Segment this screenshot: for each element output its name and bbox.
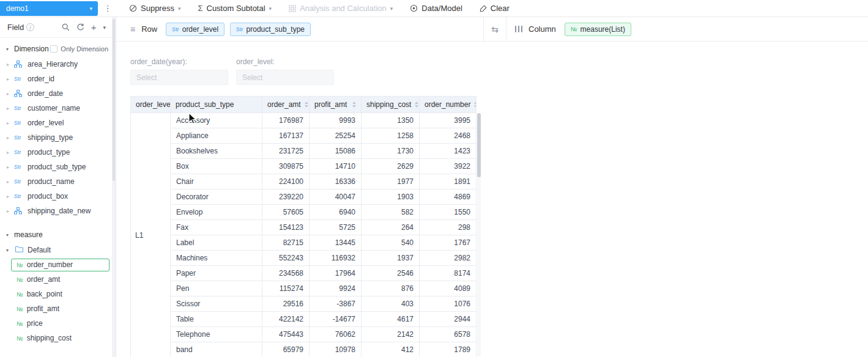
column-header-profit_amt[interactable]: profit_amt <box>310 97 362 113</box>
cell-order_amt[interactable]: 239220 <box>262 190 310 205</box>
cell-profit_amt[interactable]: 16336 <box>310 174 362 190</box>
measure-field-order_amt[interactable]: №order_amt <box>0 272 116 287</box>
expand-arrow-icon[interactable]: ▸ <box>5 76 11 82</box>
cell-order_amt[interactable]: 65979 <box>262 342 310 357</box>
expand-arrow-icon[interactable]: ▸ <box>5 135 11 141</box>
cell-profit_amt[interactable]: 76062 <box>310 327 362 342</box>
search-icon[interactable] <box>62 23 70 31</box>
dimension-field-customer_name[interactable]: ▸Strcustomer_name <box>0 101 116 116</box>
cell-shipping_cost[interactable]: 1937 <box>362 251 420 266</box>
cell-product-sub-type[interactable]: Machines <box>171 251 262 266</box>
collapse-arrow-icon[interactable]: ▾ <box>6 248 12 253</box>
cell-shipping_cost[interactable]: 412 <box>362 342 420 357</box>
cell-order_number[interactable]: 1891 <box>420 174 477 190</box>
sort-icon[interactable] <box>305 101 308 108</box>
cell-order_amt[interactable]: 231725 <box>262 144 310 159</box>
sort-icon[interactable] <box>474 101 476 108</box>
dimension-field-order_date[interactable]: ▸order_date <box>0 86 116 101</box>
cell-order_amt[interactable]: 422142 <box>262 312 310 327</box>
cell-product-sub-type[interactable]: Scissor <box>171 296 262 312</box>
expand-arrow-icon[interactable]: ▸ <box>5 62 11 67</box>
cell-profit_amt[interactable]: -3867 <box>310 296 362 312</box>
measure-field-back_point[interactable]: №back_point <box>0 287 116 301</box>
dimension-field-product_type[interactable]: ▸Strproduct_type <box>0 145 116 160</box>
table-scrollbar-thumb[interactable] <box>477 113 481 177</box>
measure-field-price[interactable]: №price <box>0 316 116 331</box>
collapse-arrow-icon[interactable]: ▾ <box>6 46 14 52</box>
cell-shipping_cost[interactable]: 403 <box>362 296 420 312</box>
sort-icon[interactable] <box>352 101 356 108</box>
cell-shipping_cost[interactable]: 540 <box>362 235 420 251</box>
dimension-field-product_sub_type[interactable]: ▸Strproduct_sub_type <box>0 160 116 174</box>
cell-order_amt[interactable]: 234568 <box>262 266 310 281</box>
cell-shipping_cost[interactable]: 264 <box>362 220 420 235</box>
expand-arrow-icon[interactable]: ▸ <box>5 194 11 199</box>
cell-shipping_cost[interactable]: 2629 <box>362 159 420 174</box>
cell-product-sub-type[interactable]: Accessory <box>171 113 262 128</box>
shelf-pill-measure(List)[interactable]: №measure(List) <box>565 23 631 36</box>
cell-order_number[interactable]: 2982 <box>420 251 477 266</box>
cell-profit_amt[interactable]: 9924 <box>310 281 362 296</box>
cell-order_number[interactable]: 3995 <box>420 113 477 128</box>
expand-arrow-icon[interactable]: ▸ <box>5 106 11 111</box>
cell-product-sub-type[interactable]: Appliance <box>171 128 262 144</box>
cell-shipping_cost[interactable]: 2546 <box>362 266 420 281</box>
sort-icon[interactable] <box>415 101 418 108</box>
table-scrollbar[interactable] <box>477 113 481 356</box>
cell-profit_amt[interactable]: 13445 <box>310 235 362 251</box>
cell-shipping_cost[interactable]: 582 <box>362 205 420 220</box>
column-header-shipping_cost[interactable]: shipping_cost <box>362 97 420 113</box>
cell-profit_amt[interactable]: 40047 <box>310 190 362 205</box>
measure-folder-default[interactable]: ▾ Default <box>0 243 116 257</box>
cell-order_number[interactable]: 3922 <box>420 159 477 174</box>
cell-profit_amt[interactable]: 10978 <box>310 342 362 357</box>
cell-product-sub-type[interactable]: Envelop <box>171 205 262 220</box>
cell-product-sub-type[interactable]: band <box>171 342 262 357</box>
cell-order_number[interactable]: 2944 <box>420 312 477 327</box>
cell-profit_amt[interactable]: -14677 <box>310 312 362 327</box>
cell-product-sub-type[interactable]: Bookshelves <box>171 144 262 159</box>
cell-shipping_cost[interactable]: 4617 <box>362 312 420 327</box>
cell-order_number[interactable]: 4089 <box>420 281 477 296</box>
expand-arrow-icon[interactable]: ▸ <box>5 150 11 155</box>
expand-arrow-icon[interactable]: ▸ <box>5 179 11 185</box>
cell-order_amt[interactable]: 309875 <box>262 159 310 174</box>
cell-order_amt[interactable]: 82715 <box>262 235 310 251</box>
cell-order_amt[interactable]: 475443 <box>262 327 310 342</box>
sidebar-scrollbar-thumb[interactable] <box>113 19 115 181</box>
cell-profit_amt[interactable]: 6940 <box>310 205 362 220</box>
measure-field-profit_amt[interactable]: №profit_amt <box>0 301 116 316</box>
expand-arrow-icon[interactable]: ▸ <box>5 164 11 170</box>
toolbar-item-suppress[interactable]: Suppress▾ <box>121 0 189 17</box>
chevron-down-icon[interactable]: ▾ <box>103 24 106 31</box>
cell-order_amt[interactable]: 154123 <box>262 220 310 235</box>
dimension-field-area_Hierarchy[interactable]: ▸area_Hierarchy <box>0 57 116 72</box>
dimension-field-order_level[interactable]: ▸Strorder_level <box>0 116 116 130</box>
cell-order_amt[interactable]: 29516 <box>262 296 310 312</box>
cell-product-sub-type[interactable]: Fax <box>171 220 262 235</box>
measure-field-shipping_cost[interactable]: №shipping_cost <box>0 331 116 345</box>
cell-order_amt[interactable]: 167137 <box>262 128 310 144</box>
cell-order_number[interactable]: 1423 <box>420 144 477 159</box>
cell-order_number[interactable]: 8174 <box>420 266 477 281</box>
toolbar-item-clear[interactable]: Clear <box>471 0 518 17</box>
cell-shipping_cost[interactable]: 2142 <box>362 327 420 342</box>
cell-profit_amt[interactable]: 17964 <box>310 266 362 281</box>
filter-select-order-date-year[interactable]: Select <box>130 70 228 85</box>
cell-product-sub-type[interactable]: Pen <box>171 281 262 296</box>
cell-order_number[interactable]: 298 <box>420 220 477 235</box>
cell-order_number[interactable]: 4869 <box>420 190 477 205</box>
dimension-field-order_id[interactable]: ▸Strorder_id <box>0 72 116 86</box>
cell-product-sub-type[interactable]: Telephone <box>171 327 262 342</box>
cell-order_number[interactable]: 6578 <box>420 327 477 342</box>
add-icon[interactable]: + <box>91 23 97 32</box>
only-dimension-toggle[interactable]: Only Dimension <box>50 45 108 53</box>
toolbar-item-custom-subtotal[interactable]: ΣCustom Subtotal▾ <box>189 0 280 17</box>
swap-axes-button[interactable]: ⇆ <box>483 17 506 41</box>
cell-product-sub-type[interactable]: Chair <box>171 174 262 190</box>
cell-shipping_cost[interactable]: 1730 <box>362 144 420 159</box>
dimension-field-product_name[interactable]: ▸Strproduct_name <box>0 174 116 189</box>
cell-order_number[interactable]: 1076 <box>420 296 477 312</box>
cell-profit_amt[interactable]: 25254 <box>310 128 362 144</box>
column-header-product_sub_type[interactable]: product_sub_type <box>171 97 262 113</box>
